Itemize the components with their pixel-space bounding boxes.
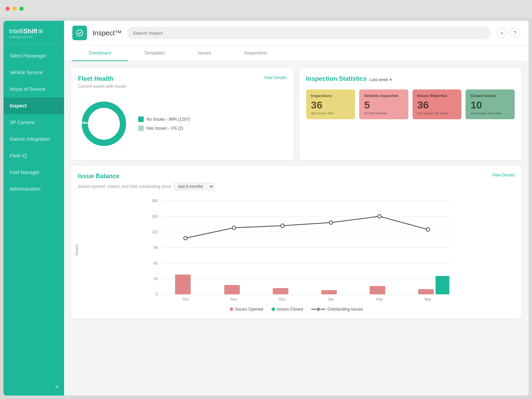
sidebar-item-fuel-manager[interactable]: Fuel Manager	[3, 164, 64, 181]
stat-card-vehicles: Vehicles Inspected 5 Of Total Vehicles	[359, 89, 408, 119]
issue-balance-chart: 180 150 120 90 60 30 0 Oct Nov Dec Jan F…	[92, 197, 515, 301]
stat-label-inspections: Inspections	[311, 94, 351, 98]
stat-label-issues-reported: Issues Reported	[417, 94, 457, 98]
insp-header: Inspection Statistics Last week ▾	[306, 75, 392, 84]
stat-card-inspections: Inspections 36 36/1 Issues 36/0	[306, 89, 355, 119]
issue-balance-title: Issue Balance	[78, 173, 119, 180]
donut-chart	[78, 98, 130, 150]
stat-label-vehicles: Vehicles Inspected	[364, 94, 404, 98]
legend-label-no-issues: No Issues - 99% (1297)	[147, 117, 190, 122]
search-input[interactable]	[127, 27, 491, 39]
title-bar	[0, 0, 532, 17]
tab-inspections[interactable]: Inspections	[228, 45, 284, 61]
legend-label-closed: Issues Closed	[277, 307, 303, 312]
svg-text:Dec: Dec	[279, 297, 286, 301]
stat-desc-vehicles: Of Total Vehicles	[364, 112, 404, 115]
tab-dashboard[interactable]: Dashboard	[72, 45, 128, 61]
line-dot-jan	[329, 221, 333, 224]
inspection-stats-header: Inspection Statistics Last week ▾	[306, 75, 515, 84]
sidebar-item-fleet-iq[interactable]: Fleet IQ	[3, 147, 64, 164]
sidebar-item-administration[interactable]: Administration	[3, 181, 64, 197]
outstanding-line	[186, 216, 428, 238]
issue-balance-view-details[interactable]: View Details	[492, 173, 515, 177]
line-dot-nov	[232, 226, 236, 229]
y-axis-label: Issues	[74, 244, 79, 255]
cards-row: Fleet Health Current assets with issues …	[71, 68, 522, 160]
legend-has-issues: Has Issues - 1% (2)	[138, 125, 190, 131]
top-actions: + ?	[497, 28, 520, 38]
legend-label-outstanding: Outstanding Issues	[327, 307, 363, 312]
add-button[interactable]: +	[497, 28, 507, 38]
bar-opened-oct	[175, 275, 191, 294]
help-button[interactable]: ?	[510, 28, 520, 38]
svg-text:60: 60	[153, 261, 158, 265]
sidebar-item-silent-passenger[interactable]: Silent Passenger	[3, 47, 64, 64]
svg-text:0: 0	[156, 292, 158, 296]
logo-sub: a division of VTS	[9, 35, 59, 39]
ib-subtitle: Issues opened, closed, and total outstan…	[78, 184, 171, 189]
legend-color-no-issues	[138, 116, 144, 122]
stat-label-closed-issues: Closed Issues	[470, 94, 510, 98]
sidebar-item-sp-camera[interactable]: SP Camera	[3, 114, 64, 131]
legend-closed: Issues Closed	[272, 307, 303, 312]
tab-nav: Dashboard Templates Issues Inspections	[64, 45, 529, 61]
sidebar-footer: >	[3, 378, 64, 396]
legend-line-seg	[311, 309, 316, 310]
traffic-light-yellow[interactable]	[12, 7, 17, 11]
legend-line-outstanding	[311, 308, 325, 311]
legend-outstanding: Outstanding Issues	[311, 307, 363, 312]
sidebar-item-inspect[interactable]: Inspect	[3, 97, 64, 114]
legend-label-opened: Issues Opened	[235, 307, 263, 312]
stat-number-issues-reported: 36	[417, 100, 457, 110]
fleet-health-card: Fleet Health Current assets with issues …	[71, 68, 294, 160]
stat-card-closed-issues: Closed Issues 10 210 Issues/ 100 Active	[466, 89, 515, 119]
nav-items: Silent Passenger Vehicle Service Hours o…	[3, 45, 64, 378]
fleet-health-view-details[interactable]: View Details	[264, 75, 287, 80]
fleet-health-title: Fleet Health	[78, 75, 126, 83]
svg-text:Feb: Feb	[376, 297, 383, 301]
tab-templates[interactable]: Templates	[128, 45, 181, 61]
ib-subtitle-row: Issues opened, closed, and total outstan…	[78, 183, 515, 190]
stat-desc-closed-issues: 210 Issues/ 100 Active	[470, 112, 510, 115]
ib-header: Issue Balance View Details	[78, 173, 515, 181]
legend-label-has-issues: Has Issues - 1% (2)	[147, 126, 183, 131]
svg-text:150: 150	[151, 214, 158, 218]
period-dropdown[interactable]: last 6 months last 3 months last 12 mont…	[174, 183, 214, 190]
period-dropdown-icon: ▾	[390, 77, 392, 82]
legend-opened: Issues Opened	[230, 307, 263, 312]
traffic-light-red[interactable]	[6, 7, 10, 11]
donut-container: No Issues - 99% (1297) Has Issues - 1% (…	[78, 94, 287, 153]
expand-button[interactable]: >	[55, 384, 59, 390]
logo-text: IntelliShift≋	[9, 28, 59, 35]
top-bar: Inspect™ + ?	[64, 21, 529, 45]
sidebar-item-hours-of-service[interactable]: Hours of Service	[3, 81, 64, 97]
bar-closed-mar	[436, 276, 450, 294]
svg-point-0	[77, 30, 83, 36]
stat-number-inspections: 36	[311, 100, 351, 110]
bar-opened-jan	[321, 290, 337, 294]
traffic-light-green[interactable]	[19, 7, 24, 11]
fleet-health-header: Fleet Health Current assets with issues …	[78, 75, 287, 94]
line-dot-feb	[378, 215, 381, 218]
app-container: IntelliShift≋ a division of VTS Silent P…	[3, 21, 529, 396]
line-dot-oct	[184, 236, 187, 240]
legend-line-seg2	[320, 309, 325, 310]
bar-opened-feb	[370, 286, 385, 294]
line-dot-dec	[281, 224, 284, 227]
stat-desc-inspections: 36/1 Issues 36/0	[311, 112, 351, 115]
svg-point-2	[85, 105, 123, 143]
bar-opened-nov	[224, 285, 240, 294]
sidebar-item-vehicle-service[interactable]: Vehicle Service	[3, 64, 64, 81]
main-content: Inspect™ + ? Dashboard Templates Issues …	[64, 21, 529, 396]
donut-legend: No Issues - 99% (1297) Has Issues - 1% (…	[138, 116, 190, 131]
sidebar-item-garmin-integration[interactable]: Garmin Integration	[3, 131, 64, 147]
period-select[interactable]: Last week ▾	[370, 77, 392, 82]
legend-dot-opened	[230, 307, 233, 311]
svg-text:120: 120	[151, 230, 158, 234]
svg-text:Oct: Oct	[183, 297, 188, 301]
svg-text:30: 30	[153, 277, 158, 281]
app-icon	[72, 26, 87, 40]
legend-no-issues: No Issues - 99% (1297)	[138, 116, 190, 122]
svg-text:180: 180	[151, 199, 158, 203]
tab-issues[interactable]: Issues	[181, 45, 228, 61]
